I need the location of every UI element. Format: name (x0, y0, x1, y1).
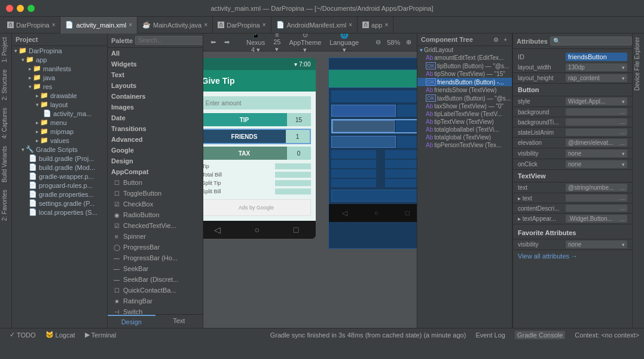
event-log-btn[interactable]: Event Log (475, 331, 505, 339)
attr-value-layout-width[interactable]: 130dp ▾ (566, 63, 627, 71)
palette-section-all[interactable]: All (108, 48, 203, 59)
side-tab-project[interactable]: 1: Project (0, 34, 11, 66)
tree-item-app[interactable]: ▾📁app (12, 55, 107, 64)
tree-item-values[interactable]: ▸📁values (12, 136, 107, 145)
comp-item-friendsbutton[interactable]: OKfriendsButton (Button) -... (417, 78, 512, 86)
tree-item-build-gradle-proj[interactable]: 📄build.gradle (Proj... (12, 154, 107, 163)
attr-value-fav-visibility[interactable]: none ▾ (566, 241, 627, 248)
side-tab-captures[interactable]: 4: Captures (0, 104, 11, 142)
bottom-tab-todo[interactable]: ✓ TODO (5, 331, 41, 339)
palette-section-layouts[interactable]: Layouts (108, 80, 203, 91)
palette-item-switch[interactable]: ⊣Switch (108, 306, 203, 314)
palette-item-progressbar[interactable]: ◯ProgressBar (108, 242, 203, 252)
palette-item-button[interactable]: ☐Button (108, 177, 203, 188)
tree-item-manifests[interactable]: ▸📁manifests (12, 64, 107, 73)
attr-value-textappear[interactable]: .Widget.Button... … (566, 215, 627, 223)
toolbar-btn-back[interactable]: ⬅ (208, 37, 218, 47)
tree-item-local-properties[interactable]: 📄local.properties (S... (12, 208, 107, 217)
zoom-in-btn[interactable]: ⊕ (404, 37, 414, 47)
tab-app[interactable]: 🅰app× (358, 17, 393, 34)
palette-item-checkbox[interactable]: ☑CheckBox (108, 199, 203, 209)
bottom-tab-logcat[interactable]: 🐱 Logcat (41, 331, 80, 339)
tab-androidmanifest[interactable]: 📄AndroidManifest.xml× (271, 17, 358, 34)
palette-section-appcompat[interactable]: AppCompat (108, 166, 203, 177)
comp-item-tippersontextview[interactable]: AbtipPersonTextView (Tex... (417, 141, 512, 149)
friends-button[interactable]: FRIENDS (203, 130, 286, 143)
palette-section-design[interactable]: Design (108, 156, 203, 166)
maximize-button[interactable] (28, 5, 35, 12)
tree-item-proguard[interactable]: 📄proguard-rules.p... (12, 181, 107, 190)
palette-item-togglebutton[interactable]: ☐ToggleButton (108, 188, 203, 199)
palette-item-spinner[interactable]: ≡Spinner (108, 231, 203, 242)
component-tree-settings[interactable]: ⚙ (492, 36, 500, 43)
attr-value-visibility[interactable]: none ▾ (566, 150, 627, 157)
attr-id-value[interactable]: friendsButton (566, 53, 627, 61)
nav-home-icon[interactable]: ○ (255, 225, 260, 235)
tab-darpropina[interactable]: 🅰DarPropina× (2, 17, 60, 34)
comp-item-friendsshow[interactable]: AbfriendsShow (TextView) (417, 86, 512, 94)
tree-item-gradle-scripts[interactable]: ▾🔧Gradle Scripts (12, 145, 107, 154)
palette-item-checkedtextview[interactable]: ☑CheckedTextVie... (108, 220, 203, 231)
attr-value-layout-height[interactable]: rap_content ▾ (566, 74, 627, 82)
comp-item-taxshow[interactable]: AbtaxShow (TextView) — "0" (417, 102, 512, 110)
attr-value-style[interactable]: Widget.Appl... ▾ (566, 98, 627, 105)
component-tree-add[interactable]: + (502, 36, 508, 43)
nav-back-icon[interactable]: ◁ (214, 225, 221, 235)
toolbar-btn-forward[interactable]: ➡ (222, 37, 232, 47)
comp-item-tiplabel[interactable]: AbtipLabelTextView (TextV... (417, 110, 512, 118)
nav-recents-icon[interactable]: □ (294, 225, 298, 235)
attr-dropdown-layout-height[interactable]: ▾ (622, 75, 625, 81)
palette-section-date[interactable]: Date (108, 112, 203, 123)
tree-item-res[interactable]: ▾📁res (12, 82, 107, 91)
tree-item-gradle-wrapper[interactable]: 📄gradle-wrapper.p... (12, 172, 107, 181)
attr-value-text-sub[interactable]: … (566, 194, 627, 202)
tree-item-drawable[interactable]: ▸📁drawable (12, 91, 107, 100)
tree-item-java[interactable]: ▸📁java (12, 73, 107, 82)
palette-item-seekbar-discrete[interactable]: —SeekBar (Discret... (108, 274, 203, 285)
view-all-attributes-link[interactable]: View all attributes → (513, 250, 632, 262)
bottom-tab-terminal[interactable]: ▶ Terminal (80, 331, 121, 339)
palette-section-google[interactable]: Google (108, 145, 203, 156)
comp-item-totalgloballabel[interactable]: Abtotalgloballabel (TextVi... (417, 126, 512, 133)
attr-value-backgroundtint[interactable]: … (566, 118, 627, 126)
attr-value-background[interactable]: … (566, 108, 627, 115)
amount-input[interactable] (203, 96, 311, 109)
tip-button[interactable]: TIP (203, 113, 287, 126)
comp-item-totalglobal[interactable]: Abtotalglobal (TextView) (417, 133, 512, 141)
zoom-out-btn[interactable]: ⊖ (373, 37, 383, 47)
text-tab[interactable]: Text (155, 315, 203, 328)
attr-value-contentdescri[interactable]: … (566, 205, 627, 212)
palette-item-ratingbar[interactable]: ★RatingBar (108, 296, 203, 306)
attr-dropdown-layout-width[interactable]: ▾ (622, 65, 625, 71)
palette-section-images[interactable]: Images (108, 102, 203, 112)
side-tab-structure[interactable]: 2: Structure (0, 66, 11, 104)
palette-item-quickcontactbadge[interactable]: ☐QuickContactBa... (108, 285, 203, 296)
minimize-button[interactable] (17, 5, 24, 12)
palette-item-radiobutton[interactable]: ◉RadioButton (108, 209, 203, 220)
palette-section-transitions[interactable]: Transitions (108, 123, 203, 134)
attr-value-elevation[interactable]: @dimen/elevat... … (566, 139, 627, 147)
tab-activity-main[interactable]: 📄activity_main.xml× (60, 17, 138, 34)
palette-search-input[interactable] (135, 36, 203, 45)
palette-section-widgets[interactable]: Widgets (108, 59, 203, 69)
tab-darpropina2[interactable]: 🅰DarPropina× (213, 17, 271, 34)
palette-item-seekbar[interactable]: —SeekBar (108, 263, 203, 274)
tree-item-mipmap[interactable]: ▸📁mipmap (12, 127, 107, 136)
tree-item-settings-gradle[interactable]: 📄settings.gradle (P... (12, 199, 107, 208)
comp-item-taxbutton[interactable]: OKtaxButton (Button) — "@s... (417, 94, 512, 102)
tree-item-darpropina[interactable]: ▾📁DarPropina (12, 46, 107, 55)
comp-item-tiptextview[interactable]: AbtipTextView (TextView) (417, 118, 512, 126)
comp-item-amount[interactable]: AbamountEditText (EditTex... (417, 54, 512, 62)
gradle-console-btn[interactable]: Gradle Console (515, 331, 565, 339)
attr-value-onclick[interactable]: none ▾ (566, 160, 627, 168)
palette-section-advanced[interactable]: Advanced (108, 134, 203, 145)
comp-item-gridlayout[interactable]: ▾GridLayout (417, 46, 512, 54)
attr-value-text[interactable]: @string/numbe... … (566, 184, 627, 191)
side-tab-build-variants[interactable]: Build Variants (0, 142, 11, 186)
tree-item-layout[interactable]: ▾📁layout (12, 100, 107, 109)
tree-item-menu[interactable]: ▸📁menu (12, 118, 107, 127)
tree-item-gradle-properties[interactable]: 📄gradle.properties... (12, 190, 107, 199)
attributes-search-input[interactable] (550, 36, 632, 45)
tree-item-build-gradle-mod[interactable]: 📄build.gradle (Mod... (12, 163, 107, 172)
close-button[interactable] (6, 5, 13, 12)
